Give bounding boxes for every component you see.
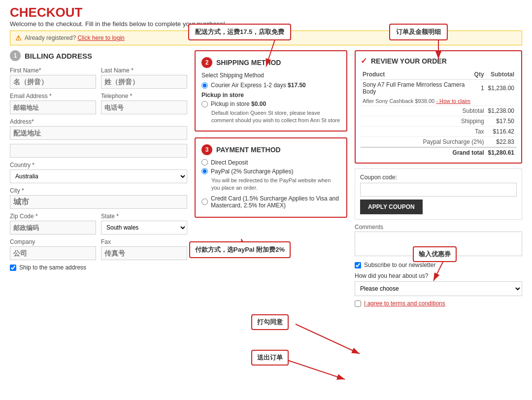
payment-paypal-label: PayPal (2% Surcharge Applies) — [211, 168, 293, 175]
hear-section: How did you hear about us? Please choose — [355, 272, 522, 296]
country-row: Country * Australia — [10, 162, 187, 183]
payment-section: 3 PAYMENT METHOD Direct Deposit PayPal (… — [195, 137, 347, 218]
payment-cc-label: Credit Card (1.5% Surcharge Applies to V… — [211, 195, 340, 209]
billing-address-section: 1 BILLING ADDRESS First Name* Last Name … — [10, 50, 187, 307]
coupon-input[interactable] — [360, 183, 517, 197]
fax-group: Fax — [101, 238, 187, 260]
last-name-group: Last Name * — [101, 67, 187, 89]
zip-input[interactable] — [10, 221, 96, 234]
shipping-title: SHIPPING METHOD — [216, 59, 281, 67]
page-wrapper: CHECKOUT Welcome to the checkout. Fill i… — [0, 0, 532, 400]
shipping-option2-label: Pickup in store $0.00 — [211, 100, 266, 107]
newsletter-checkbox[interactable] — [355, 262, 361, 268]
last-name-label: Last Name * — [101, 67, 187, 74]
email-telephone-row: Email Address * Telephone * — [10, 93, 187, 114]
payment-section-num: 3 — [201, 144, 212, 155]
product-name: Sony A7 Full Frame Mirrorless Camera Bod… — [361, 80, 472, 97]
payment-cc-radio[interactable] — [201, 199, 208, 205]
coupon-section: Coupon code: APPLY COUPON — [355, 168, 522, 220]
company-input[interactable] — [10, 246, 96, 260]
annotation-review: 订单及金额明细 — [389, 24, 448, 40]
cashback-link[interactable]: - How to claim — [436, 98, 470, 104]
shipping-option1-row: Courier Air Express 1-2 days $17.50 — [201, 82, 340, 89]
annotation-coupon: 输入优惠券 — [413, 246, 457, 262]
payment-option2-row: PayPal (2% Surcharge Applies) — [201, 168, 340, 175]
already-registered-text: Already registered? Click here to login — [25, 34, 125, 41]
subtotal-row: Subtotal $1,238.00 — [361, 106, 516, 116]
review-title: REVIEW YOUR ORDER — [371, 57, 447, 65]
terms-row: I agree to terms and conditions — [355, 300, 522, 307]
svg-line-5 — [296, 324, 360, 354]
last-name-input[interactable] — [101, 75, 187, 89]
ship-same-row: Ship to the same address — [10, 264, 187, 271]
annotation-payment: 付款方式，选PayPal 附加费2% — [189, 241, 291, 258]
annotation-submit: 送出订单 — [251, 350, 289, 366]
ship-same-checkbox[interactable] — [10, 265, 16, 271]
address-input[interactable] — [10, 126, 187, 140]
cashback-text: After Sony Cashback $938.00 - How to cla… — [361, 97, 516, 106]
address-group: Address* — [10, 118, 187, 140]
shipping-value: $17.50 — [486, 116, 516, 127]
product-qty: 1 — [472, 80, 486, 97]
state-select[interactable]: South wales — [101, 221, 187, 234]
email-group: Email Address * — [10, 93, 96, 114]
tax-label: Tax — [361, 127, 486, 137]
first-name-group: First Name* — [10, 67, 96, 89]
svg-line-6 — [286, 360, 345, 379]
payment-option3-row: Credit Card (1.5% Surcharge Applies to V… — [201, 195, 340, 209]
fax-input[interactable] — [101, 246, 187, 260]
pickup-title: Pickup in store — [201, 92, 340, 99]
shipping-option1-radio[interactable] — [201, 82, 208, 89]
warning-icon: ⚠ — [15, 34, 22, 42]
company-fax-row: Company Fax — [10, 238, 187, 260]
first-name-label: First Name* — [10, 67, 96, 74]
comments-label: Comments — [355, 224, 522, 231]
paypal-surcharge-value: $22.83 — [486, 137, 516, 148]
country-group: Country * Australia — [10, 162, 187, 183]
product-price: $1,238.00 — [486, 80, 516, 97]
email-input[interactable] — [10, 100, 96, 114]
address2-row — [10, 144, 187, 158]
subtotal-label: Subtotal — [361, 106, 486, 116]
paypal-row: Paypal Surcharge (2%) $22.83 — [361, 137, 516, 148]
shipping-option2-radio[interactable] — [201, 101, 208, 107]
hear-label: How did you hear about us? — [355, 272, 522, 279]
tax-row: Tax $116.42 — [361, 127, 516, 137]
login-link[interactable]: Click here to login — [77, 34, 124, 41]
payment-paypal-radio[interactable] — [201, 168, 208, 174]
address2-input[interactable] — [10, 144, 187, 158]
product-row: Sony A7 Full Frame Mirrorless Camera Bod… — [361, 80, 516, 97]
review-check-icon: ✓ — [361, 56, 367, 66]
city-input[interactable] — [10, 195, 187, 209]
payment-option1-row: Direct Deposit — [201, 159, 340, 166]
shipping-option2-row: Pickup in store $0.00 — [201, 100, 340, 107]
name-row: First Name* Last Name * — [10, 67, 187, 89]
annotation-agree: 打勾同意 — [251, 314, 289, 330]
zip-label: Zip Code * — [10, 213, 96, 220]
coupon-label: Coupon code: — [360, 174, 517, 181]
payment-title: PAYMENT METHOD — [216, 146, 281, 154]
col-subtotal: Subtotal — [486, 69, 516, 80]
telephone-group: Telephone * — [101, 93, 187, 114]
telephone-input[interactable] — [101, 100, 187, 114]
billing-title: BILLING ADDRESS — [25, 52, 92, 60]
terms-link[interactable]: I agree to terms and conditions — [364, 300, 445, 307]
shipping-select-label: Select Shipping Method — [201, 72, 340, 79]
hear-select[interactable]: Please choose — [355, 281, 522, 296]
country-select[interactable]: Australia — [10, 169, 187, 183]
annotation-shipping: 配送方式，运费17.5，店取免费 — [188, 24, 291, 40]
right-col: ✓ REVIEW YOUR ORDER Product Qty Subtotal… — [355, 50, 522, 307]
zip-group: Zip Code * — [10, 213, 96, 234]
main-layout: 1 BILLING ADDRESS First Name* Last Name … — [10, 50, 522, 307]
payment-direct-radio[interactable] — [201, 159, 208, 166]
shipping-section-num: 2 — [201, 57, 212, 68]
newsletter-label: Subscribe to our newsletter — [364, 262, 435, 268]
address-row: Address* — [10, 118, 187, 140]
zip-state-row: Zip Code * State * South wales — [10, 213, 187, 234]
terms-checkbox[interactable] — [355, 300, 361, 307]
fax-label: Fax — [101, 238, 187, 245]
review-section: ✓ REVIEW YOUR ORDER Product Qty Subtotal… — [355, 50, 522, 164]
apply-coupon-button[interactable]: APPLY COUPON — [360, 200, 423, 214]
city-group: City * — [10, 187, 187, 209]
first-name-input[interactable] — [10, 75, 96, 89]
